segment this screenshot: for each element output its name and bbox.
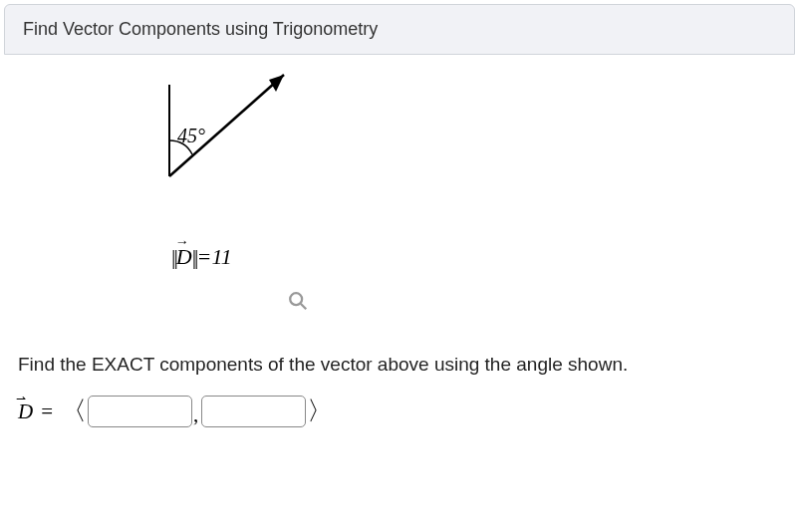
vector-arrow-icon: →: [175, 234, 189, 250]
svg-line-4: [301, 304, 307, 310]
answer-eq: =: [41, 399, 53, 424]
magnifier-icon[interactable]: [287, 290, 309, 316]
title-bar: Find Vector Components using Trigonometr…: [4, 4, 795, 55]
answer-row: ⇀ D = 〈 , 〉: [18, 396, 795, 427]
magnitude-value: 11: [211, 244, 231, 269]
answer-vector-d: ⇀ D: [18, 399, 33, 424]
comma: ,: [193, 397, 198, 427]
page-title: Find Vector Components using Trigonometr…: [23, 19, 378, 39]
angle-bracket-open: 〈: [61, 399, 87, 424]
x-component-input[interactable]: [88, 396, 192, 427]
angle-bracket-close: 〉: [307, 399, 333, 424]
vector-diagram-svg: [130, 65, 329, 224]
svg-point-3: [290, 293, 302, 305]
vector-d-symbol: →D: [176, 244, 192, 270]
magnitude-label: ||→D||=11: [171, 244, 232, 270]
y-component-input[interactable]: [201, 396, 306, 427]
angle-label: 45°: [177, 125, 205, 147]
vector-figure: 45° ||→D||=11: [0, 55, 795, 314]
svg-marker-2: [269, 75, 284, 92]
answer-arrow-icon: ⇀: [16, 392, 26, 406]
prompt-text: Find the EXACT components of the vector …: [18, 354, 795, 376]
magnitude-eq: =: [197, 244, 212, 269]
